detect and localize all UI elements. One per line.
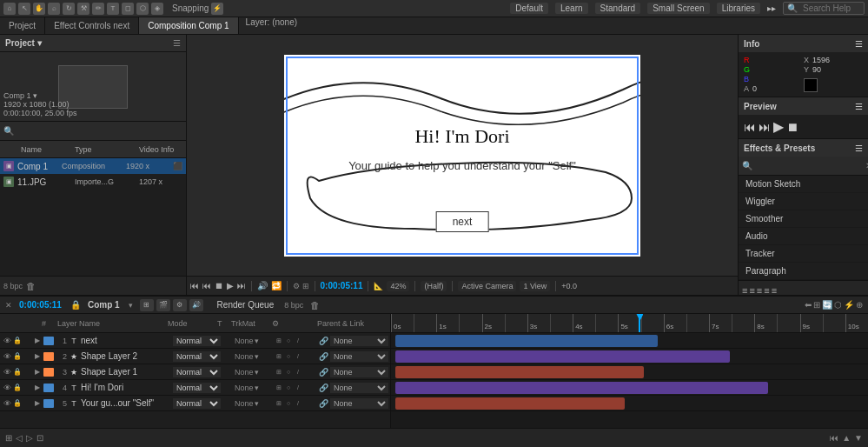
layer1-eye[interactable]: 👁 [2,336,12,346]
layer3-expand[interactable]: ▶ [32,367,43,377]
effects-item-smoother[interactable]: Smoother [739,210,868,228]
help-search-input[interactable] [799,3,860,14]
tl-icon-4[interactable]: ⬡ [834,300,842,310]
layer5-sw3[interactable]: / [294,399,302,408]
snap-toggle[interactable]: ⚡ [211,3,223,15]
prev-back-btn[interactable]: ⏭ [759,120,771,134]
info-menu-btn[interactable]: ☰ [855,39,863,49]
tl-btn-2[interactable]: 🎬 [156,299,170,311]
step-back-btn[interactable]: ⏮ [202,281,211,290]
layer3-parent[interactable]: 🔗 None [319,367,388,377]
timeline-time-display[interactable]: 0:00:05:11 [19,300,62,310]
track-row-3[interactable] [391,364,868,380]
layer3-lock[interactable]: 🔒 [13,367,22,377]
layer1-sw2[interactable]: ○ [284,337,293,345]
layer2-sw2[interactable]: ○ [284,352,293,361]
tl-icon-6[interactable]: ⊕ [856,300,863,310]
layer1-mode[interactable]: Normal [173,335,221,346]
tl-icon-5[interactable]: ⚡ [844,300,854,310]
workspace-learn[interactable]: Learn [555,3,588,14]
tl-btn-4[interactable]: 🔊 [189,299,203,311]
prev-ram-btn[interactable]: ⏮ [744,120,756,134]
preview-menu-btn[interactable]: ☰ [855,102,863,111]
project-menu-btn[interactable]: ☰ [173,38,181,48]
layer1-expand[interactable]: ▶ [32,336,43,346]
project-item-comp1[interactable]: ▣ Comp 1 Composition 1920 x ⬛ [0,158,186,174]
layer4-expand[interactable]: ▶ [32,383,43,393]
pen-icon[interactable]: ✏ [92,3,104,15]
track-row-1[interactable] [391,333,868,349]
paint-icon[interactable]: ⬡ [136,3,149,15]
hand-icon[interactable]: ✋ [33,3,45,15]
view-display[interactable]: 1 View [520,281,550,291]
para-justify[interactable]: ≡ [764,285,769,296]
layer5-solo[interactable] [23,398,31,409]
layer2-mode[interactable]: Normal [173,350,221,362]
bpc-trash-icon[interactable]: 🗑 [310,300,320,310]
tools-icon[interactable]: ⚒ [77,3,89,15]
loop-btn[interactable]: 🔁 [271,281,282,290]
layer3-sw3[interactable]: / [294,368,302,377]
prev-play-btn[interactable]: ▶ [773,118,784,135]
timeline-close-btn[interactable]: ✕ [5,301,12,310]
layer5-eye[interactable]: 👁 [2,398,12,409]
layer4-eye[interactable]: 👁 [2,383,12,393]
layer2-parent[interactable]: 🔗 None [319,351,388,362]
layer5-mode[interactable]: Normal [173,397,221,409]
workspace-default[interactable]: Default [510,3,548,14]
audio-btn[interactable]: 🔊 [257,281,268,290]
tl-footer-icon1[interactable]: ⊞ [5,433,12,443]
layer5-sw2[interactable]: ○ [284,399,293,408]
layer2-sw3[interactable]: / [294,352,302,361]
layer3-sw2[interactable]: ○ [284,368,293,377]
layer-row-3[interactable]: 👁 🔒 ▶ 3 ★ Shape Layer 1 Normal None▾ ⊞ ○… [0,364,390,380]
tl-icon-2[interactable]: ⊞ [813,300,820,310]
para-align-center[interactable]: ≡ [749,285,754,296]
layer1-parent[interactable]: 🔗 None [319,336,388,346]
tl-footer-icon3[interactable]: ▷ [26,433,33,443]
prev-stop-btn[interactable]: ⏹ [786,120,798,134]
layer5-parent[interactable]: 🔗 None [319,398,388,409]
workspace-small-screen[interactable]: Small Screen [647,3,709,14]
rotate-icon[interactable]: ↻ [63,3,75,15]
workspace-libraries[interactable]: Libraries [717,3,760,14]
effects-item-wiggler[interactable]: Wiggler [739,193,868,210]
tl-footer-icon4[interactable]: ⊡ [36,433,43,443]
comp-zoom-display[interactable]: 42% [387,281,409,291]
workspace-standard[interactable]: Standard [595,3,641,14]
tab-composition[interactable]: Composition Comp 1 [139,17,238,34]
tab-effect-controls[interactable]: Effect Controls next [45,17,139,34]
layer3-mode[interactable]: Normal [173,366,221,377]
layer3-solo[interactable] [23,367,31,377]
tl-footer-icon2[interactable]: ◁ [16,433,23,443]
track-row-2[interactable] [391,349,868,364]
home-icon[interactable]: ⌂ [3,3,16,15]
text-icon[interactable]: T [107,3,119,15]
cursor-icon[interactable]: ↖ [18,3,30,15]
play-btn[interactable]: ⏮ [190,281,199,290]
layer2-sw1[interactable]: ⊞ [275,352,283,361]
layer1-sw3[interactable]: / [294,337,302,345]
layer4-sw3[interactable]: / [294,384,302,392]
layer4-parent[interactable]: 🔗 None [319,383,388,393]
canvas-next-button[interactable]: next [436,211,489,232]
track-row-4[interactable] [391,380,868,396]
track-row-5[interactable] [391,396,868,411]
layer5-lock[interactable]: 🔒 [13,398,22,409]
para-align-left[interactable]: ≡ [742,285,747,296]
effects-item-motion-sketch[interactable]: Motion Sketch [739,176,868,193]
quality-display[interactable]: (Half) [421,281,447,291]
layer4-sw2[interactable]: ○ [284,384,293,392]
tab-project[interactable]: Project [0,17,45,34]
project-item-jpg[interactable]: ▣ 11.JPG Importe...G 1207 x [0,174,186,190]
more-workspaces-icon[interactable]: ▸▸ [767,3,776,13]
layer4-mode[interactable]: Normal [173,382,221,393]
tl-icon-3[interactable]: 🔄 [822,300,832,310]
composition-viewer[interactable]: Hi! I'm Dori Your guide to help you unde… [187,35,738,276]
snap-icon[interactable]: 📐 [374,282,383,290]
render-queue-tab[interactable]: Render Queue [217,300,275,310]
layer5-sw1[interactable]: ⊞ [275,399,283,408]
layer4-solo[interactable] [23,383,31,393]
effects-search-input[interactable] [755,161,865,170]
tl-btn-3[interactable]: ⚙ [173,299,187,311]
